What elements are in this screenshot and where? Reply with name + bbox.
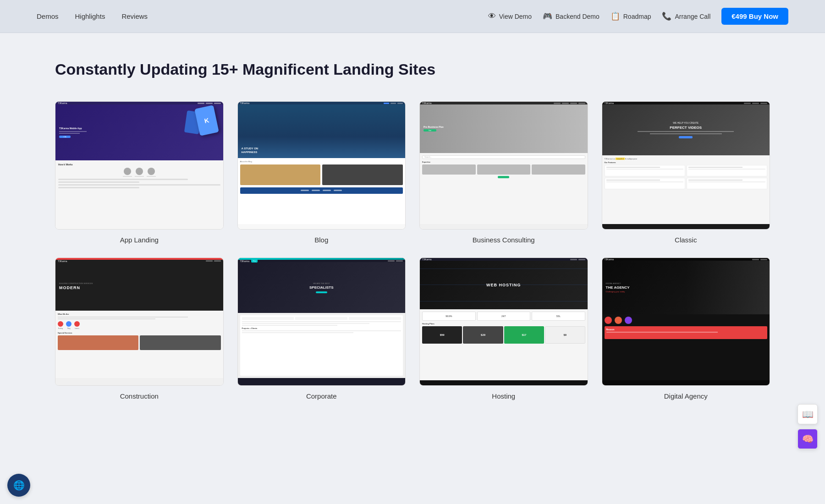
- preview-agency: T3Karma DIGITAL AGENCY THE AGENCY Challe…: [602, 258, 770, 385]
- demo-label-construction: Construction: [120, 392, 159, 400]
- nav-reviews[interactable]: Reviews: [121, 12, 148, 20]
- nav-highlights[interactable]: Highlights: [75, 12, 105, 20]
- preview-corporate: T3Karma Pro WE ARE THE BEST SPECIALISTS: [238, 258, 406, 385]
- brain-icon: 🧠: [802, 433, 814, 444]
- demo-label-biz: Business Consulting: [473, 236, 535, 244]
- preview-blog: T3Karma A STUDY ONHAPPINESS About: [238, 102, 406, 229]
- nav-links: Demos Highlights Reviews: [37, 12, 148, 20]
- globe-button[interactable]: 🌐: [7, 474, 30, 497]
- demo-card-construction[interactable]: T3Karma BUILDING CONSTRUCTION SERVICES M…: [55, 257, 224, 386]
- docs-icon: 📖: [802, 409, 814, 420]
- docs-widget-button[interactable]: 📖: [798, 404, 818, 424]
- demo-label-classic: Classic: [675, 236, 697, 244]
- preview-classic: T3Karma WE HELP YOU CREATE PERFECT VIDEO…: [602, 102, 770, 229]
- demo-label-corporate: Corporate: [306, 392, 337, 400]
- view-demo-action[interactable]: 👁 View Demo: [488, 12, 532, 21]
- main-content: Constantly Updating 15+ Magnificent Land…: [0, 33, 825, 437]
- demo-card-corporate[interactable]: T3Karma Pro WE ARE THE BEST SPECIALISTS: [237, 257, 406, 386]
- demo-item-blog: T3Karma A STUDY ONHAPPINESS About: [237, 101, 406, 244]
- demo-item-agency: T3Karma DIGITAL AGENCY THE AGENCY Challe…: [602, 257, 770, 400]
- demo-card-blog[interactable]: T3Karma A STUDY ONHAPPINESS About: [237, 101, 406, 230]
- view-demo-label: View Demo: [499, 13, 532, 20]
- buy-button[interactable]: €499 Buy Now: [721, 8, 788, 25]
- navbar: Demos Highlights Reviews 👁 View Demo 🎮 B…: [0, 0, 825, 33]
- demo-item-biz: T3Karma Pro Business Plan Start: [419, 101, 588, 244]
- demo-item-hosting: T3Karma WEB HOSTING: [419, 257, 588, 400]
- arrange-call-label: Arrange Call: [675, 13, 710, 20]
- backend-demo-action[interactable]: 🎮 Backend Demo: [543, 11, 600, 21]
- backend-demo-label: Backend Demo: [556, 13, 600, 20]
- demo-card-biz[interactable]: T3Karma Pro Business Plan Start: [419, 101, 588, 230]
- demo-label-agency: Digital Agency: [664, 392, 708, 400]
- demo-label-hosting: Hosting: [492, 392, 515, 400]
- demo-label-app-landing: App Landing: [120, 236, 159, 244]
- demo-item-app-landing: T3Karma T3Karma Mobile App CTA: [55, 101, 224, 244]
- demo-item-construction: T3Karma BUILDING CONSTRUCTION SERVICES M…: [55, 257, 224, 400]
- side-widgets: 📖 🧠: [798, 404, 818, 449]
- nav-actions: 👁 View Demo 🎮 Backend Demo 📋 Roadmap 📞 A…: [488, 8, 788, 25]
- roadmap-action[interactable]: 📋 Roadmap: [610, 11, 651, 21]
- demo-card-agency[interactable]: T3Karma DIGITAL AGENCY THE AGENCY Challe…: [602, 257, 770, 386]
- preview-construction: T3Karma BUILDING CONSTRUCTION SERVICES M…: [55, 258, 223, 385]
- eye-icon: 👁: [488, 12, 496, 21]
- preview-hosting: T3Karma WEB HOSTING: [420, 258, 588, 385]
- roadmap-label: Roadmap: [623, 13, 651, 20]
- bottom-left-widget: 🌐: [7, 474, 30, 497]
- demo-card-app-landing[interactable]: T3Karma T3Karma Mobile App CTA: [55, 101, 224, 230]
- demo-item-classic: T3Karma WE HELP YOU CREATE PERFECT VIDEO…: [602, 101, 770, 244]
- demo-card-classic[interactable]: T3Karma WE HELP YOU CREATE PERFECT VIDEO…: [602, 101, 770, 230]
- roadmap-icon: 📋: [610, 11, 620, 21]
- preview-app-landing: T3Karma T3Karma Mobile App CTA: [55, 102, 223, 229]
- gamepad-icon: 🎮: [543, 11, 552, 21]
- page-title: Constantly Updating 15+ Magnificent Land…: [55, 60, 770, 78]
- phone-icon: 📞: [662, 11, 671, 21]
- demos-grid: T3Karma T3Karma Mobile App CTA: [55, 101, 770, 400]
- nav-demos[interactable]: Demos: [37, 12, 59, 20]
- demo-item-corporate: T3Karma Pro WE ARE THE BEST SPECIALISTS: [237, 257, 406, 400]
- demo-card-hosting[interactable]: T3Karma WEB HOSTING: [419, 257, 588, 386]
- preview-biz: T3Karma Pro Business Plan Start: [420, 102, 588, 229]
- globe-icon: 🌐: [13, 480, 25, 491]
- ai-widget-button[interactable]: 🧠: [798, 429, 818, 449]
- arrange-call-action[interactable]: 📞 Arrange Call: [662, 11, 710, 21]
- demo-label-blog: Blog: [314, 236, 328, 244]
